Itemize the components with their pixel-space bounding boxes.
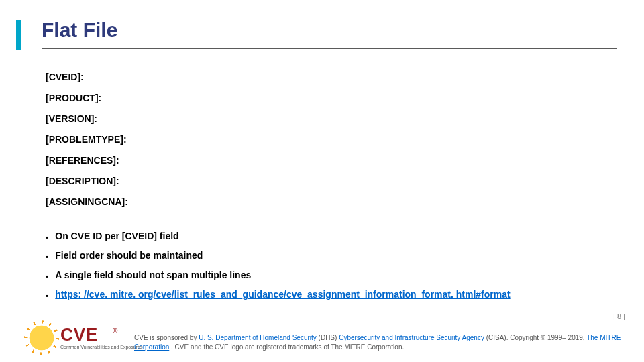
bullet-icon: ▪ bbox=[46, 272, 48, 281]
logo-tagline: Common Vulnerabilities and Exposures bbox=[60, 345, 142, 349]
field-problemtype: [PROBLEMTYPE]: bbox=[46, 135, 617, 144]
bullet-text: On CVE ID per [CVEID] field bbox=[55, 231, 178, 241]
accent-bar bbox=[16, 20, 21, 50]
field-description: [DESCRIPTION]: bbox=[46, 176, 617, 186]
bullet-text: A single field should not span multiple … bbox=[55, 269, 251, 280]
cve-logo: CVE ® Common Vulnerabilities and Exposur… bbox=[27, 323, 121, 354]
field-assigningcna: [ASSIGNINGCNA]: bbox=[46, 197, 617, 206]
bullet-item: ▪ A single field should not span multipl… bbox=[46, 269, 624, 280]
bullet-item: ▪ On CVE ID per [CVEID] field bbox=[46, 231, 624, 241]
field-product: [PRODUCT]: bbox=[46, 93, 617, 103]
bullet-icon: ▪ bbox=[46, 291, 48, 300]
sun-icon bbox=[27, 323, 56, 353]
bullet-item: ▪ https: //cve. mitre. org/cve/list_rule… bbox=[46, 289, 624, 300]
footer-text: CVE is sponsored by U. S. Department of … bbox=[134, 333, 631, 351]
field-version: [VERSION]: bbox=[46, 114, 617, 123]
bullet-icon: ▪ bbox=[46, 252, 48, 261]
registered-icon: ® bbox=[113, 327, 117, 335]
field-labels: [CVEID]: [PRODUCT]: [VERSION]: [PROBLEMT… bbox=[46, 72, 617, 218]
field-references: [REFERENCES]: bbox=[46, 156, 617, 165]
title-rule bbox=[42, 48, 617, 49]
page-number: | 8 | bbox=[613, 312, 625, 320]
slide-title: Flat File bbox=[42, 19, 617, 42]
bullet-list: ▪ On CVE ID per [CVEID] field ▪ Field or… bbox=[46, 231, 624, 308]
footer-mid2: (CISA). Copyright © 1999– 2019, bbox=[486, 334, 587, 341]
footer-link-cisa[interactable]: Cybersecurity and Infrastructure Securit… bbox=[339, 334, 484, 341]
slide: Flat File [CVEID]: [PRODUCT]: [VERSION]:… bbox=[0, 0, 644, 362]
bullet-link[interactable]: https: //cve. mitre. org/cve/list_rules_… bbox=[55, 289, 510, 300]
footer-suffix: . CVE and the CVE logo are registered tr… bbox=[171, 343, 404, 351]
bullet-icon: ▪ bbox=[46, 233, 48, 242]
bullet-item: ▪ Field order should be maintained bbox=[46, 250, 624, 261]
bullet-text: Field order should be maintained bbox=[55, 250, 203, 261]
field-cveid: [CVEID]: bbox=[46, 72, 617, 82]
footer-prefix: CVE is sponsored by bbox=[134, 334, 199, 341]
footer-link-dhs[interactable]: U. S. Department of Homeland Security bbox=[199, 334, 317, 341]
footer-mid1: (DHS) bbox=[319, 334, 339, 341]
logo-text: CVE bbox=[60, 324, 98, 345]
title-block: Flat File bbox=[42, 19, 617, 49]
